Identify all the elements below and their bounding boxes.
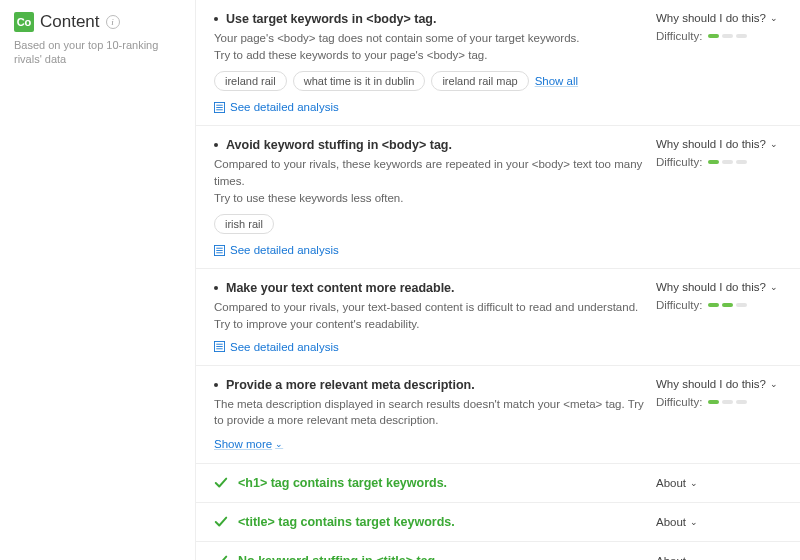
bullet-icon [214,286,218,290]
show-all-link[interactable]: Show all [535,75,578,87]
difficulty-bar [722,400,733,404]
sidebar: Co Content i Based on your top 10-rankin… [0,0,195,560]
pass-text: No keyword stuffing in <title> tag. [238,554,439,560]
keyword-chip[interactable]: irish rail [214,214,274,234]
pass-text: <h1> tag contains target keywords. [238,476,447,490]
see-detail-link[interactable]: See detailed analysis [214,101,644,113]
why-link[interactable]: Why should I do this?⌄ [656,138,786,150]
chevron-down-icon: ⌄ [690,517,698,527]
pass-item: <title> tag contains target keywords. Ab… [196,503,800,542]
chevron-down-icon: ⌄ [770,379,778,389]
issue-list: Use target keywords in <body> tag. Your … [195,0,800,560]
issue-description: The meta description displayed in search… [214,396,644,429]
pass-text: <title> tag contains target keywords. [238,515,455,529]
keyword-chip[interactable]: ireland rail map [431,71,528,91]
keyword-chip-row: irish rail [214,214,644,234]
about-link[interactable]: About⌄ [656,555,786,560]
difficulty-meter: Difficulty: [656,156,786,168]
issue-title: Avoid keyword stuffing in <body> tag. [226,138,452,152]
chevron-down-icon: ⌄ [275,439,283,449]
difficulty-bar [722,34,733,38]
difficulty-bar [708,400,719,404]
see-detail-link[interactable]: See detailed analysis [214,244,644,256]
keyword-chip-row: ireland railwhat time is it in dublinire… [214,71,644,91]
chevron-down-icon: ⌄ [690,478,698,488]
why-link[interactable]: Why should I do this?⌄ [656,281,786,293]
issue-title: Make your text content more readable. [226,281,455,295]
keyword-chip[interactable]: ireland rail [214,71,287,91]
difficulty-meter: Difficulty: [656,396,786,408]
issue-title: Use target keywords in <body> tag. [226,12,436,26]
difficulty-bar [708,34,719,38]
section-badge: Co [14,12,34,32]
check-icon [214,476,228,490]
issue-title: Provide a more relevant meta description… [226,378,475,392]
chevron-down-icon: ⌄ [770,13,778,23]
issue-item: Provide a more relevant meta description… [196,366,800,464]
about-link[interactable]: About⌄ [656,516,786,528]
chevron-down-icon: ⌄ [690,556,698,560]
show-more-link[interactable]: Show more ⌄ [214,438,283,450]
difficulty-bar [722,160,733,164]
chevron-down-icon: ⌄ [770,282,778,292]
why-link[interactable]: Why should I do this?⌄ [656,378,786,390]
chevron-down-icon: ⌄ [770,139,778,149]
difficulty-bar [736,34,747,38]
difficulty-bar [736,400,747,404]
difficulty-bar [736,160,747,164]
difficulty-bar [722,303,733,307]
issue-description: Compared to your rivals, these keywords … [214,156,644,206]
issue-description: Compared to your rivals, your text-based… [214,299,644,332]
pass-item: <h1> tag contains target keywords. About… [196,464,800,503]
check-icon [214,515,228,529]
issue-item: Make your text content more readable. Co… [196,269,800,365]
why-link[interactable]: Why should I do this?⌄ [656,12,786,24]
bullet-icon [214,383,218,387]
bullet-icon [214,143,218,147]
issue-description: Your page's <body> tag does not contain … [214,30,644,63]
about-link[interactable]: About⌄ [656,477,786,489]
section-subtitle: Based on your top 10-ranking rivals' dat… [14,38,185,67]
info-icon[interactable]: i [106,15,120,29]
section-title: Content [40,12,100,32]
difficulty-bar [708,303,719,307]
keyword-chip[interactable]: what time is it in dublin [293,71,426,91]
pass-item: No keyword stuffing in <title> tag. Abou… [196,542,800,560]
see-detail-link[interactable]: See detailed analysis [214,341,644,353]
bullet-icon [214,17,218,21]
difficulty-meter: Difficulty: [656,299,786,311]
difficulty-bar [736,303,747,307]
issue-item: Use target keywords in <body> tag. Your … [196,0,800,126]
difficulty-bar [708,160,719,164]
issue-item: Avoid keyword stuffing in <body> tag. Co… [196,126,800,269]
check-icon [214,554,228,560]
difficulty-meter: Difficulty: [656,30,786,42]
